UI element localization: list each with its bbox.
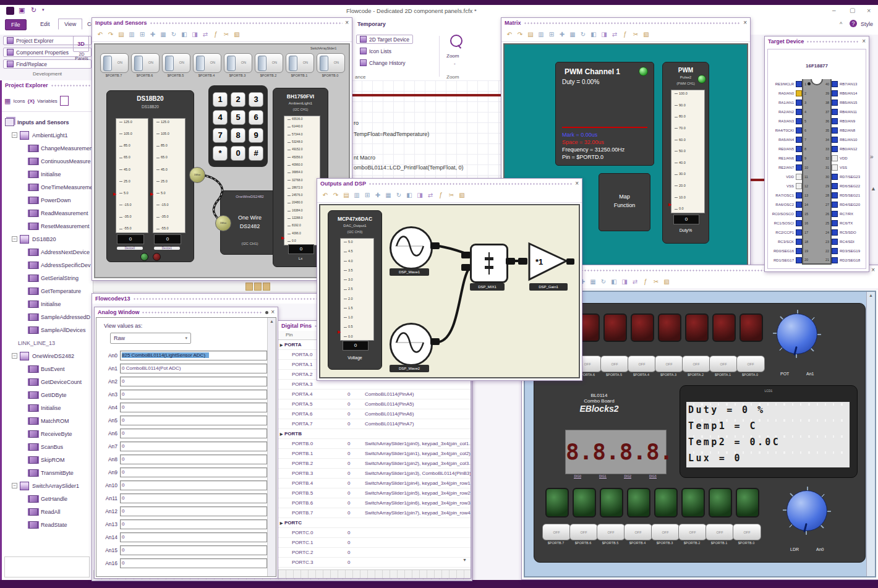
tree-item[interactable]: GetHandle bbox=[2, 492, 93, 505]
tree-item[interactable]: GetIDByte bbox=[2, 388, 93, 401]
tree-item[interactable]: GetSerialString bbox=[2, 271, 93, 284]
scroll-up-icon[interactable]: ▲ bbox=[270, 319, 274, 323]
channel-value-field[interactable]: 0 bbox=[120, 493, 267, 503]
toolbar-icon[interactable]: ◨ bbox=[600, 30, 608, 39]
toolbar-icon[interactable]: ↷ bbox=[331, 191, 340, 200]
pin-label-left[interactable]: RE2/AN7 bbox=[770, 166, 796, 169]
digital-pin-row[interactable]: ▶ PORTB.7 0 SwitchArraySlider1(pin7), ke… bbox=[278, 508, 471, 518]
digital-pin-row[interactable]: ▶ PORTC.3 0 bbox=[278, 558, 471, 568]
toolbar-icon[interactable]: ↶ bbox=[96, 30, 104, 39]
toolbar-icon[interactable]: ✂ bbox=[447, 191, 456, 200]
scroll-down-icon[interactable]: ▼ bbox=[462, 558, 467, 562]
pin-box-left[interactable] bbox=[796, 127, 802, 134]
tab-edit[interactable]: Edit bbox=[35, 19, 56, 29]
pin-box-left[interactable] bbox=[796, 174, 802, 180]
pin-box-left[interactable] bbox=[796, 118, 802, 124]
pin-box-right[interactable] bbox=[832, 202, 838, 208]
pin-box-right[interactable] bbox=[832, 257, 838, 263]
toolbar-icon[interactable]: ◨ bbox=[416, 191, 424, 200]
channel-value-field[interactable]: 0 bbox=[120, 480, 267, 490]
digital-pin-row[interactable]: ▶ PORTC.0 0 bbox=[278, 528, 471, 538]
toggle-switch[interactable]: OFF bbox=[597, 524, 625, 540]
pin-label-right[interactable]: RD6/SEG22 bbox=[838, 184, 863, 188]
analog-vscrollbar[interactable]: ▲ bbox=[267, 318, 276, 576]
toolbar-icon[interactable]: ⇄ bbox=[610, 30, 619, 39]
board-vscrollbar[interactable]: ▲ bbox=[866, 292, 875, 576]
channel-value-field[interactable]: 0 bbox=[120, 545, 267, 555]
toolbar-icon[interactable]: ▦ bbox=[384, 191, 393, 200]
pin-box-left[interactable] bbox=[796, 239, 802, 245]
pin-label-left[interactable]: RC2/CCP1 bbox=[770, 231, 796, 234]
toolbar-icon[interactable]: ◨ bbox=[620, 278, 629, 286]
toggle-switch[interactable]: OFF bbox=[651, 524, 680, 540]
pin-box-left[interactable] bbox=[796, 229, 802, 236]
pin-label-right[interactable]: RB4/AN11 bbox=[838, 110, 863, 114]
pin-window-icon[interactable] bbox=[265, 311, 268, 314]
toggle-switch[interactable]: OFF bbox=[542, 524, 571, 540]
digital-pin-row[interactable]: ▶ PORTC bbox=[278, 518, 471, 528]
tree-item[interactable]: SampleAllDevices bbox=[2, 323, 93, 336]
icons-tab-label[interactable]: Icons bbox=[13, 98, 25, 104]
tree-item[interactable]: Initialise bbox=[2, 168, 93, 181]
pin-box-right[interactable] bbox=[832, 229, 838, 236]
pin-box-left[interactable] bbox=[796, 146, 802, 152]
dsp-gain-component[interactable]: *1 bbox=[527, 241, 571, 282]
pin-label-left[interactable]: RD0/SEG16 bbox=[770, 249, 796, 253]
pin-label-right[interactable]: RD4/SEG20 bbox=[838, 203, 863, 207]
pin-label-right[interactable]: RB3/AN9 bbox=[838, 119, 863, 123]
digital-pin-row[interactable]: ▶ PORTA.5 0 ComboBL0114(PinA5) bbox=[278, 399, 471, 409]
channel-value-field[interactable]: 0 bbox=[120, 506, 267, 516]
digital-pin-row[interactable]: ▶ PORTA.7 0 ComboBL0114(PinA7) bbox=[278, 419, 471, 429]
toolbar-icon[interactable]: ▧ bbox=[662, 278, 671, 286]
toolbar-icon[interactable]: ▧ bbox=[458, 191, 466, 200]
connector-plug[interactable] bbox=[518, 258, 527, 265]
pin-label-right[interactable]: RC6/TX bbox=[838, 221, 863, 225]
channel-value-field[interactable]: 0 bbox=[120, 390, 267, 399]
panels-3d-button[interactable]: 3D 2D Panels bbox=[73, 36, 92, 73]
close-icon[interactable]: × bbox=[271, 309, 275, 315]
expander-icon[interactable]: ▶ bbox=[278, 432, 284, 436]
pin-box-right[interactable] bbox=[832, 183, 838, 189]
channel-value-field[interactable]: 0 bbox=[120, 467, 267, 477]
tree-item[interactable]: ScanBus bbox=[2, 440, 93, 453]
zoom-minus[interactable]: - bbox=[454, 61, 456, 66]
toggle-switch[interactable]: OFF bbox=[628, 356, 656, 372]
scale-pointer-icon[interactable]: ▶ bbox=[281, 236, 284, 240]
toolbar-icon[interactable]: ✚ bbox=[148, 30, 157, 39]
channel-value-field[interactable]: 0 bbox=[120, 519, 267, 529]
toolbar-icon[interactable]: ▧ bbox=[642, 30, 650, 39]
pin-box-left[interactable] bbox=[796, 248, 802, 254]
editor-scroll-up-icon[interactable]: ▲ bbox=[871, 185, 876, 192]
toolbar-icon[interactable]: ▤ bbox=[342, 191, 351, 200]
toolbar-icon[interactable]: ↷ bbox=[516, 30, 524, 39]
channel-value-field[interactable]: 0 bbox=[120, 454, 267, 464]
save-icon[interactable]: ▣ bbox=[19, 6, 25, 14]
toolbar-icon[interactable]: ↶ bbox=[321, 191, 330, 200]
view-mode-dropdown[interactable]: Raw ▾ bbox=[110, 333, 191, 344]
toolbar-icon[interactable]: ✚ bbox=[558, 30, 566, 39]
digital-pin-row[interactable]: ▶ PORTC.1 0 bbox=[278, 538, 471, 548]
tree-item[interactable]: OneWireDS2482 bbox=[2, 349, 93, 362]
pin-box-right[interactable] bbox=[832, 211, 838, 217]
toggle-switch[interactable]: OFF bbox=[709, 356, 738, 372]
connector-plug[interactable] bbox=[566, 258, 574, 265]
pin-box-right[interactable] bbox=[832, 127, 838, 134]
channel-value-field[interactable]: 0 bbox=[120, 532, 267, 542]
tree-item[interactable]: AddressSpecificDev bbox=[2, 258, 93, 271]
connector-plug[interactable] bbox=[430, 338, 440, 345]
toolbar-icon[interactable]: ⊞ bbox=[547, 30, 556, 39]
ldr-knob[interactable] bbox=[786, 490, 827, 531]
toggle-switch[interactable]: OFF bbox=[682, 356, 710, 372]
digital-pin-row[interactable]: ▶ PORTB.4 0 SwitchArraySlider1(pin4), ke… bbox=[278, 479, 471, 488]
toolbar-icon[interactable]: ▥ bbox=[537, 30, 545, 39]
pin-label-right[interactable]: RB1/AN10 bbox=[838, 138, 863, 142]
pin-box-right[interactable] bbox=[832, 174, 838, 180]
toolbar-icon[interactable]: ▦ bbox=[159, 30, 168, 39]
toolbar-icon[interactable]: ⇄ bbox=[426, 191, 435, 200]
toolbar-icon[interactable]: ↻ bbox=[599, 278, 608, 286]
channel-value-field[interactable]: 0 bbox=[120, 377, 267, 386]
scale-pointer-icon[interactable]: ▶ bbox=[668, 202, 671, 207]
tab-view[interactable]: View bbox=[58, 19, 82, 30]
macros-tab-icon[interactable] bbox=[60, 96, 69, 106]
toggle-icon-lists[interactable]: Icon Lists bbox=[356, 46, 413, 56]
